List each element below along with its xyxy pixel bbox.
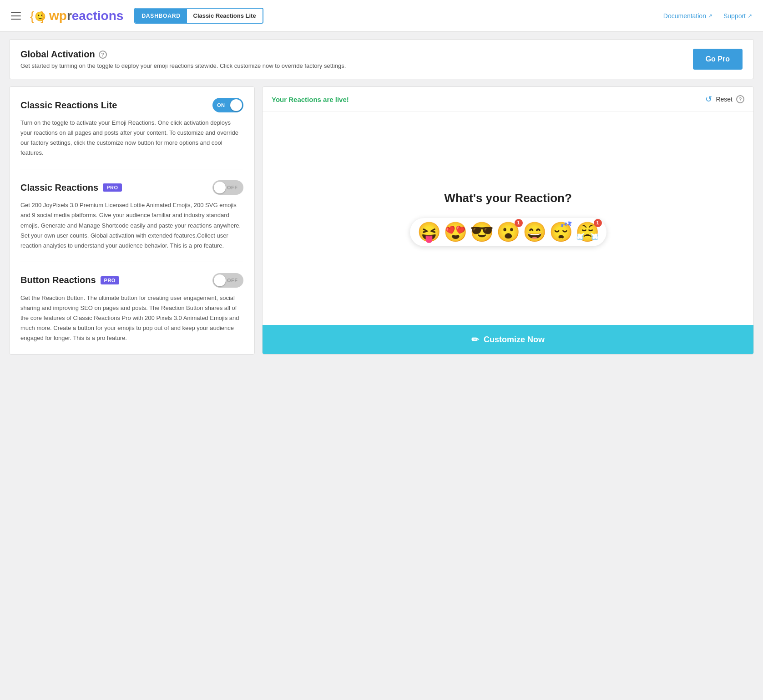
right-panel-header: Your Reactions are live! ↺ Reset ? [263, 87, 753, 112]
emoji-sleepy[interactable]: 😴 [549, 223, 573, 242]
section-header-lite: Classic Reactions Lite ON [20, 98, 243, 112]
logo-eactions: eactions [72, 9, 124, 23]
emoji-laugh[interactable]: 😄 [523, 223, 546, 242]
logo-icon: { 🙂 } [28, 7, 46, 25]
section-header-classic: Classic Reactions PRO OFF [20, 180, 243, 195]
documentation-label: Documentation [663, 12, 706, 20]
classic-reactions-lite-section: Classic Reactions Lite ON Turn on the to… [20, 98, 243, 169]
toggle-on-label-lite: ON [217, 102, 225, 108]
main-content: Classic Reactions Lite ON Turn on the to… [9, 86, 754, 355]
emoji-wink-char: 😝 [417, 223, 441, 242]
logo-wp: wp [49, 9, 67, 23]
section-header-button: Button Reactions PRO OFF [20, 273, 243, 288]
reaction-preview: What's your Reaction? 😝 😍 😎 😮 1 😄 [263, 112, 753, 325]
toggle-off-classic[interactable]: OFF [212, 180, 243, 195]
live-status-text: Your Reactions are live! [272, 96, 349, 103]
header: { 🙂 } wpreactions DASHBOARD Classic Reac… [0, 0, 763, 32]
left-panel: Classic Reactions Lite ON Turn on the to… [9, 86, 255, 355]
button-reactions-section: Button Reactions PRO OFF Get the Reactio… [20, 273, 243, 343]
nav-tabs: DASHBOARD Classic Reactions Lite [134, 8, 263, 24]
section-title-lite: Classic Reactions Lite [20, 100, 117, 111]
section-desc-button: Get the Reaction Button. The ultimate bu… [20, 293, 243, 343]
logo-text: wpreactions [49, 9, 123, 23]
emoji-wink[interactable]: 😝 [417, 223, 441, 242]
reaction-question: What's your Reaction? [444, 191, 572, 205]
menu-button[interactable] [11, 12, 21, 20]
documentation-link[interactable]: Documentation ↗ [663, 12, 712, 20]
pro-badge-classic: PRO [103, 183, 121, 192]
toggle-off-button[interactable]: OFF [212, 273, 243, 288]
right-panel: Your Reactions are live! ↺ Reset ? What'… [262, 86, 754, 355]
toggle-off-label-button: OFF [227, 278, 238, 283]
logo: { 🙂 } wpreactions [28, 7, 123, 25]
support-ext-icon: ↗ [748, 13, 752, 19]
global-activation-title: Global Activation ? [20, 49, 346, 60]
svg-text:}: } [40, 9, 45, 23]
customize-now-button[interactable]: ✏ Customize Now [263, 325, 753, 354]
reset-icon: ↺ [705, 94, 712, 104]
emoji-surprised[interactable]: 😮 1 [496, 223, 520, 242]
emoji-sunglasses-char: 😎 [470, 223, 494, 242]
customize-now-label: Customize Now [484, 335, 545, 345]
pro-badge-button: PRO [101, 276, 119, 284]
section-title-classic: Classic Reactions [20, 183, 98, 193]
toggle-off-label-classic: OFF [227, 185, 238, 190]
go-pro-button[interactable]: Go Pro [693, 49, 743, 70]
reset-button[interactable]: Reset [716, 96, 733, 103]
support-label: Support [723, 12, 746, 20]
section-title-button: Button Reactions [20, 275, 96, 285]
global-activation-help-icon[interactable]: ? [99, 51, 107, 59]
classic-reactions-section: Classic Reactions PRO OFF Get 200 JoyPix… [20, 180, 243, 262]
emojis-container: 😝 😍 😎 😮 1 😄 😴 😤 [410, 218, 606, 246]
toggle-off-knob-classic [214, 182, 226, 193]
logo-r: r [67, 9, 72, 23]
toggle-on-lite[interactable]: ON [212, 98, 243, 112]
global-activation-description: Get started by turning on the toggle to … [20, 62, 346, 69]
svg-text:{: { [30, 9, 34, 23]
toggle-off-knob-button [214, 274, 226, 286]
emoji-laugh-char: 😄 [523, 223, 546, 242]
documentation-ext-icon: ↗ [708, 13, 712, 19]
emoji-heart-eyes-char: 😍 [444, 223, 467, 242]
toggle-on-knob-lite [230, 99, 242, 111]
emoji-sleepy-char: 😴 [549, 223, 573, 242]
emoji-heart-eyes[interactable]: 😍 [444, 223, 467, 242]
support-link[interactable]: Support ↗ [723, 12, 752, 20]
header-left: { 🙂 } wpreactions DASHBOARD Classic Reac… [11, 7, 263, 25]
section-title-group-lite: Classic Reactions Lite [20, 100, 117, 111]
emoji-angry[interactable]: 😤 1 [576, 223, 599, 242]
emoji-angry-badge: 1 [594, 219, 602, 227]
reset-group: ↺ Reset ? [705, 94, 744, 104]
section-desc-lite: Turn on the toggle to activate your Emoj… [20, 118, 243, 158]
dashboard-tab[interactable]: DASHBOARD [135, 9, 187, 23]
reset-help-icon[interactable]: ? [736, 95, 744, 103]
emoji-sunglasses[interactable]: 😎 [470, 223, 494, 242]
global-activation-banner: Global Activation ? Get started by turni… [9, 39, 754, 79]
section-title-group-button: Button Reactions PRO [20, 275, 119, 285]
global-activation-content: Global Activation ? Get started by turni… [20, 49, 346, 69]
emoji-surprised-badge: 1 [515, 219, 523, 227]
classic-reactions-lite-tab[interactable]: Classic Reactions Lite [187, 9, 263, 23]
section-desc-classic: Get 200 JoyPixels 3.0 Premium Licensed L… [20, 200, 243, 250]
global-activation-title-text: Global Activation [20, 49, 95, 60]
section-title-group-classic: Classic Reactions PRO [20, 183, 122, 193]
header-right: Documentation ↗ Support ↗ [663, 12, 752, 20]
customize-pen-icon: ✏ [471, 334, 479, 345]
